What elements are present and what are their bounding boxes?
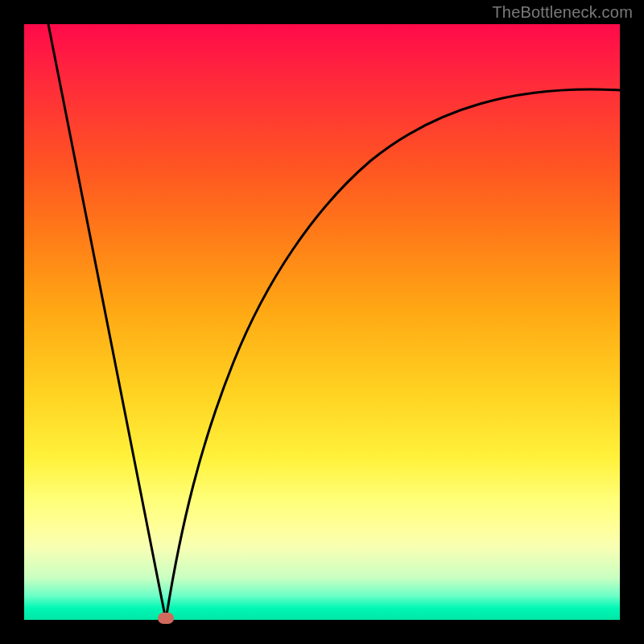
min-point-marker — [158, 613, 174, 624]
plot-area — [24, 24, 620, 620]
chart-frame: TheBottleneck.com — [0, 0, 644, 644]
watermark-text: TheBottleneck.com — [492, 3, 633, 22]
bottleneck-curve — [24, 24, 620, 620]
